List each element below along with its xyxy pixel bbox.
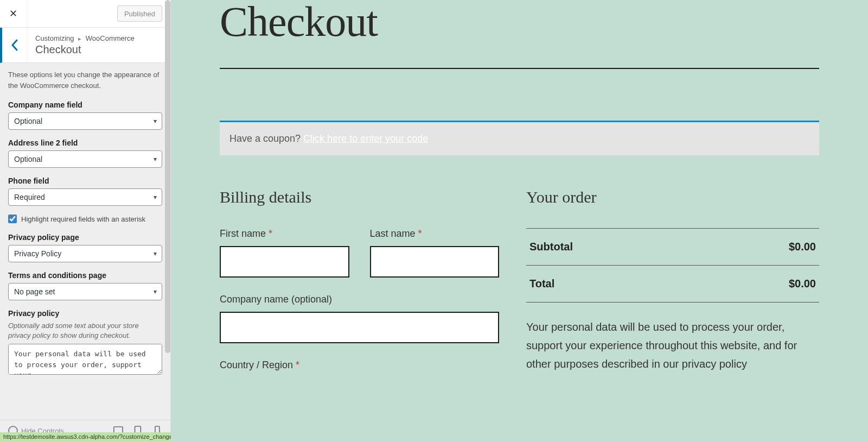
privacy-policy-textarea[interactable]: Your personal data will be used to proce… xyxy=(8,344,162,375)
preview-pane: Checkout Have a coupon? Click here to en… xyxy=(171,0,868,441)
required-star-icon: * xyxy=(296,360,299,370)
required-star-icon: * xyxy=(269,228,272,239)
billing-heading: Billing details xyxy=(220,188,499,206)
table-row: Subtotal $0.00 xyxy=(526,229,819,266)
country-region-field: Country / Region * xyxy=(220,360,499,377)
customizer-sidebar: ✕ Published Customizing ▸ WooCommerce Ch… xyxy=(0,0,171,441)
table-row: Total $0.00 xyxy=(526,266,819,303)
privacy-page-select[interactable]: Privacy Policy xyxy=(8,245,162,262)
sidebar-body: These options let you change the appeara… xyxy=(0,63,170,420)
company-field-group: Company name field Optional ▾ xyxy=(8,100,162,130)
privacy-page-group: Privacy policy page Privacy Policy ▾ xyxy=(8,233,162,262)
company-name-field: Company name (optional) xyxy=(220,294,499,343)
coupon-prompt: Have a coupon? xyxy=(229,133,303,144)
privacy-policy-label: Privacy policy xyxy=(8,309,162,318)
highlight-checkbox-row: Highlight required fields with an asteri… xyxy=(8,215,162,223)
address2-field-group: Address line 2 field Optional ▾ xyxy=(8,138,162,168)
highlight-checkbox[interactable] xyxy=(8,215,17,223)
first-name-input[interactable] xyxy=(220,246,349,278)
back-icon[interactable] xyxy=(2,28,27,62)
privacy-page-label: Privacy policy page xyxy=(8,233,162,242)
required-star-icon: * xyxy=(418,228,422,239)
chevron-right-icon: ▸ xyxy=(78,35,81,42)
terms-page-select[interactable]: No page set xyxy=(8,283,162,300)
total-value: $0.00 xyxy=(701,266,819,303)
subtotal-value: $0.00 xyxy=(701,229,819,266)
last-name-label: Last name * xyxy=(370,228,500,240)
intro-text: These options let you change the appeara… xyxy=(8,70,162,91)
phone-field-select[interactable]: Required xyxy=(8,188,162,206)
page-title: Checkout xyxy=(220,0,819,46)
sidebar-footer: Hide Controls https://testdemosite.awsus… xyxy=(0,420,170,441)
order-heading: Your order xyxy=(526,188,819,206)
breadcrumb-path: Customizing ▸ WooCommerce xyxy=(35,34,135,42)
coupon-link[interactable]: Click here to enter your code xyxy=(303,133,428,144)
terms-page-label: Terms and conditions page xyxy=(8,271,162,280)
first-name-label: First name * xyxy=(220,228,349,240)
sidebar-header: ✕ Published xyxy=(0,0,170,28)
breadcrumb-customizing: Customizing xyxy=(35,34,74,42)
company-field-label: Company name field xyxy=(8,100,162,109)
company-name-input[interactable] xyxy=(220,312,499,343)
total-label: Total xyxy=(526,266,701,303)
privacy-policy-helper: Optionally add some text about your stor… xyxy=(8,321,162,341)
coupon-banner: Have a coupon? Click here to enter your … xyxy=(220,121,819,155)
billing-column: Billing details First name * Last name * xyxy=(220,188,499,394)
published-button[interactable]: Published xyxy=(117,5,162,22)
terms-page-group: Terms and conditions page No page set ▾ xyxy=(8,271,162,300)
country-region-label: Country / Region * xyxy=(220,360,499,371)
last-name-field: Last name * xyxy=(370,228,500,278)
highlight-checkbox-label[interactable]: Highlight required fields with an asteri… xyxy=(21,215,145,223)
breadcrumb-parent: WooCommerce xyxy=(86,34,135,42)
order-column: Your order Subtotal $0.00 Total $0.00 Yo… xyxy=(526,188,819,394)
privacy-policy-group: Privacy policy Optionally add some text … xyxy=(8,309,162,377)
breadcrumb: Customizing ▸ WooCommerce Checkout xyxy=(0,28,170,63)
privacy-notice-text: Your personal data will be used to proce… xyxy=(526,318,819,373)
phone-field-group: Phone field Required ▾ xyxy=(8,177,162,206)
title-underline xyxy=(220,68,819,69)
sidebar-scrollbar[interactable] xyxy=(165,0,170,353)
company-field-select[interactable]: Optional xyxy=(8,112,162,130)
close-icon[interactable]: ✕ xyxy=(0,0,27,27)
order-summary-table: Subtotal $0.00 Total $0.00 xyxy=(526,228,819,303)
svg-rect-0 xyxy=(114,427,123,433)
first-name-field: First name * xyxy=(220,228,349,278)
company-name-label: Company name (optional) xyxy=(220,294,499,305)
address2-field-label: Address line 2 field xyxy=(8,138,162,147)
breadcrumb-title: Checkout xyxy=(35,43,135,56)
last-name-input[interactable] xyxy=(370,246,500,278)
subtotal-label: Subtotal xyxy=(526,229,701,266)
address2-field-select[interactable]: Optional xyxy=(8,150,162,168)
phone-field-label: Phone field xyxy=(8,177,162,185)
